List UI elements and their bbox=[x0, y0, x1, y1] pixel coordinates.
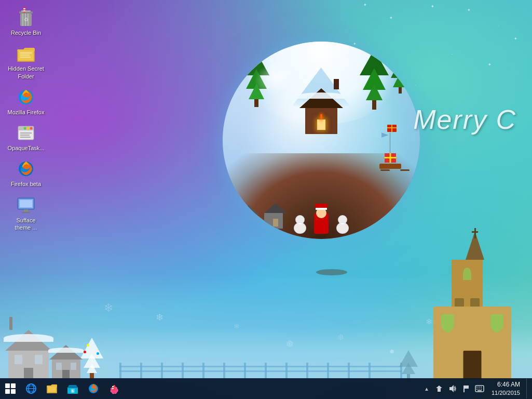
merry-christmas-text: Merry C bbox=[413, 104, 516, 135]
firefox-taskbar-svg bbox=[88, 383, 99, 394]
recycle-bin-image: ♻ bbox=[16, 7, 36, 28]
svg-rect-49 bbox=[112, 388, 114, 389]
hidden-secret-folder-icon[interactable]: Hidden Secret Folder bbox=[5, 41, 47, 82]
show-desktop-button[interactable] bbox=[526, 379, 529, 398]
star-decoration: ✦ bbox=[488, 62, 492, 67]
church-body bbox=[433, 307, 511, 379]
star-decoration: ✦ bbox=[514, 36, 517, 41]
svg-marker-50 bbox=[449, 385, 454, 392]
houses-left bbox=[0, 312, 114, 379]
svg-rect-55 bbox=[481, 387, 482, 388]
clock-date: 11/20/2015 bbox=[492, 389, 520, 397]
keyboard-tray-icon[interactable] bbox=[474, 383, 485, 394]
church-belfry bbox=[452, 296, 483, 307]
church-building bbox=[423, 265, 527, 379]
church-door bbox=[463, 351, 482, 379]
svg-rect-1 bbox=[21, 10, 31, 12]
svg-rect-31 bbox=[24, 209, 28, 212]
folder-svg bbox=[16, 44, 36, 63]
svg-rect-53 bbox=[476, 387, 478, 388]
svg-rect-30 bbox=[20, 200, 32, 207]
store-icon-svg: $ bbox=[67, 383, 78, 394]
house-snow bbox=[4, 334, 53, 342]
mozilla-firefox-icon[interactable]: Mozilla Firefox bbox=[5, 85, 47, 118]
windows-logo-green bbox=[11, 383, 16, 388]
action-center-tray-icon[interactable] bbox=[460, 383, 472, 394]
firefox-svg bbox=[17, 88, 35, 107]
church-window-right bbox=[490, 314, 503, 332]
church-tower bbox=[452, 260, 483, 307]
svg-rect-25 bbox=[20, 137, 31, 138]
candy-taskbar-icon[interactable] bbox=[104, 378, 125, 399]
church-tower-window bbox=[463, 268, 471, 280]
svg-rect-59 bbox=[478, 390, 482, 391]
svg-rect-24 bbox=[20, 135, 30, 136]
star-decoration: ✦ bbox=[363, 3, 367, 7]
globe-tree-far-right bbox=[391, 60, 410, 94]
taskbar: $ ▲ bbox=[0, 378, 532, 399]
windows-logo-yellow bbox=[11, 389, 16, 394]
snowflake-decoration: ❄ bbox=[156, 312, 163, 323]
svg-rect-51 bbox=[463, 385, 465, 392]
globe-snowmen bbox=[294, 213, 349, 234]
desktop: ✦ · ✦ ✦ ✦ · ✦ · ✦ ✦ ❄ ❄ ❅ ❄ ❅ ❄ ❅ ❄ bbox=[0, 0, 532, 399]
svg-rect-23 bbox=[20, 132, 32, 134]
globe-stand bbox=[316, 269, 347, 275]
file-explorer-svg bbox=[46, 383, 58, 394]
recycle-bin-svg: ♻ bbox=[16, 7, 36, 28]
cabin-chimney bbox=[334, 79, 339, 89]
globe-village bbox=[238, 203, 287, 229]
svg-text:♻: ♻ bbox=[24, 17, 29, 22]
sufface-theme-label: Sufface theme ... bbox=[15, 217, 37, 232]
desktop-icons-container: ♻ Recycle Bin Hidden Secret Fo bbox=[0, 0, 52, 238]
cabin-snow bbox=[298, 92, 345, 99]
svg-rect-39 bbox=[48, 387, 56, 392]
svg-point-20 bbox=[30, 127, 33, 130]
house-left-2 bbox=[49, 345, 83, 379]
fence bbox=[119, 363, 402, 379]
firefox-beta-image bbox=[16, 158, 36, 179]
house-snow-2 bbox=[48, 348, 84, 353]
recycle-bin-icon[interactable]: ♻ Recycle Bin bbox=[5, 5, 47, 38]
globe-gift bbox=[387, 125, 397, 132]
opaque-task-svg bbox=[17, 124, 35, 142]
church-cross bbox=[472, 228, 478, 233]
network-tray-icon[interactable] bbox=[433, 383, 445, 394]
firefox-label: Mozilla Firefox bbox=[8, 109, 45, 116]
system-clock[interactable]: 6:46 AM 11/20/2015 bbox=[487, 380, 524, 397]
globe-sled bbox=[385, 132, 410, 171]
svg-rect-56 bbox=[476, 389, 478, 390]
sufface-theme-image bbox=[16, 195, 36, 216]
store-taskbar-icon[interactable]: $ bbox=[62, 378, 83, 399]
svg-point-21 bbox=[27, 127, 30, 130]
svg-rect-13 bbox=[20, 55, 30, 56]
volume-tray-icon[interactable] bbox=[447, 383, 458, 394]
opaque-taskmanager-icon[interactable]: OpaqueTask... bbox=[5, 121, 47, 154]
firefox-taskbar-icon[interactable] bbox=[83, 378, 104, 399]
file-explorer-taskbar-icon[interactable] bbox=[42, 378, 62, 399]
opaque-task-label: OpaqueTask... bbox=[8, 144, 45, 152]
firefox-beta-label: Firefox beta bbox=[11, 180, 41, 188]
flag-icon bbox=[462, 385, 470, 392]
house-left-1 bbox=[5, 330, 52, 379]
svg-rect-6 bbox=[23, 7, 25, 12]
cabin-candle bbox=[320, 114, 322, 119]
show-hidden-icons[interactable]: ▲ bbox=[422, 385, 431, 393]
chimney-left bbox=[9, 317, 12, 330]
star-decoration: ✦ bbox=[431, 4, 434, 9]
svg-rect-32 bbox=[22, 212, 30, 213]
svg-rect-57 bbox=[479, 389, 480, 390]
hidden-folder-image bbox=[16, 43, 36, 64]
svg-rect-8 bbox=[23, 10, 25, 11]
svg-rect-7 bbox=[23, 8, 25, 9]
network-icon bbox=[435, 384, 443, 393]
star-decoration: ✦ bbox=[467, 8, 471, 12]
start-button[interactable] bbox=[0, 378, 21, 399]
sufface-theme-icon[interactable]: Sufface theme ... bbox=[5, 193, 47, 234]
globe-village-tree bbox=[394, 211, 407, 231]
svg-rect-54 bbox=[479, 387, 480, 388]
windows-logo-blue bbox=[5, 389, 10, 394]
ie-taskbar-icon[interactable] bbox=[21, 378, 42, 399]
star-decoration: · bbox=[498, 23, 499, 28]
firefox-beta-icon[interactable]: Firefox beta bbox=[5, 156, 47, 190]
